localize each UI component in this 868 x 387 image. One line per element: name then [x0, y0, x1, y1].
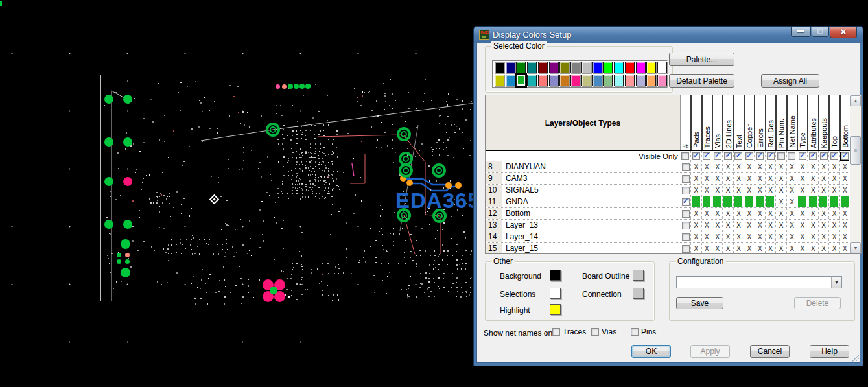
color-assignment-cell[interactable]: X [702, 243, 712, 253]
color-assignment-cell[interactable]: X [766, 185, 776, 196]
color-assignment-cell[interactable]: X [819, 161, 829, 172]
color-assignment-cell[interactable] [702, 196, 712, 207]
color-assignment-cell[interactable]: X [840, 231, 850, 242]
selections-color-swatch[interactable] [550, 288, 561, 299]
ok-button[interactable]: OK [631, 345, 671, 358]
layer-checkbox[interactable] [682, 222, 690, 229]
palette-swatch[interactable] [581, 75, 591, 86]
color-assignment-cell[interactable]: X [702, 220, 712, 231]
layer-name[interactable]: DIANYUAN [502, 161, 681, 172]
color-assignment-cell[interactable]: X [691, 161, 701, 172]
dialog-titlebar[interactable]: PADS Display Colors Setup ✕ [474, 27, 863, 43]
color-assignment-cell[interactable]: X [787, 161, 797, 172]
color-assignment-cell[interactable]: X [744, 208, 755, 219]
color-assignment-cell[interactable]: X [819, 243, 829, 253]
color-assignment-cell[interactable]: X [702, 231, 712, 242]
color-assignment-cell[interactable]: X [829, 208, 839, 219]
palette-swatch[interactable] [570, 62, 580, 73]
color-assignment-cell[interactable]: X [787, 208, 797, 219]
color-assignment-cell[interactable]: X [766, 243, 776, 253]
table-row[interactable]: 12BottomXXXXXXXXXXXXXXX [486, 208, 850, 220]
assign-all-button[interactable]: Assign All [761, 74, 819, 88]
color-assignment-cell[interactable]: X [797, 173, 808, 184]
color-assignment-cell[interactable]: X [787, 185, 797, 196]
color-assignment-cell[interactable]: X [766, 173, 776, 184]
palette-button[interactable]: Palette... [669, 53, 734, 66]
palette-swatch[interactable] [625, 62, 635, 73]
palette-swatch[interactable] [516, 75, 526, 86]
color-assignment-cell[interactable]: X [734, 243, 744, 253]
pins-checkbox[interactable] [631, 328, 639, 336]
color-assignment-cell[interactable]: X [776, 173, 786, 184]
layer-checkbox[interactable] [682, 210, 690, 218]
default-palette-button[interactable]: Default Palette [669, 74, 734, 88]
table-row[interactable]: 11GNDAXX [486, 196, 850, 208]
color-assignment-cell[interactable]: X [723, 231, 733, 242]
color-assignment-cell[interactable] [766, 196, 776, 207]
palette-swatch[interactable] [559, 75, 569, 86]
visible-only-checkbox[interactable] [756, 152, 764, 160]
visible-only-checkbox[interactable] [724, 152, 732, 160]
palette-swatch[interactable] [592, 62, 602, 73]
color-assignment-cell[interactable]: X [776, 196, 786, 207]
color-assignment-cell[interactable]: X [840, 161, 850, 172]
color-assignment-cell[interactable]: X [744, 243, 755, 253]
color-assignment-cell[interactable] [819, 196, 829, 207]
color-assignment-cell[interactable] [808, 196, 819, 207]
palette-swatch[interactable] [549, 62, 559, 73]
palette-swatch[interactable] [636, 62, 646, 73]
color-assignment-cell[interactable]: X [744, 220, 755, 231]
color-assignment-cell[interactable]: X [840, 220, 850, 231]
palette-swatch[interactable] [636, 75, 646, 86]
vias-checkbox[interactable] [591, 328, 599, 336]
color-assignment-cell[interactable]: X [776, 161, 786, 172]
color-assignment-cell[interactable]: X [766, 220, 776, 231]
scrollbar-thumb[interactable]: ≡ [850, 136, 861, 165]
layer-checkbox[interactable] [682, 198, 690, 206]
color-assignment-cell[interactable]: X [829, 231, 839, 242]
color-assignment-cell[interactable]: X [776, 243, 786, 253]
delete-button[interactable]: Delete [794, 297, 841, 309]
palette-swatch[interactable] [559, 62, 569, 73]
palette-swatch[interactable] [657, 75, 667, 86]
color-assignment-cell[interactable]: X [819, 220, 829, 231]
color-assignment-cell[interactable]: X [776, 231, 786, 242]
visible-only-checkbox[interactable] [809, 152, 817, 160]
visible-only-checkbox[interactable] [777, 152, 785, 160]
color-assignment-cell[interactable]: X [840, 185, 850, 196]
maximize-button[interactable] [812, 27, 829, 37]
palette-swatch[interactable] [538, 62, 548, 73]
color-assignment-cell[interactable]: X [755, 185, 766, 196]
color-assignment-cell[interactable]: X [829, 161, 839, 172]
color-assignment-cell[interactable]: X [776, 208, 786, 219]
layer-checkbox[interactable] [682, 187, 690, 194]
color-assignment-cell[interactable]: X [691, 220, 701, 231]
visible-only-checkbox[interactable] [703, 152, 710, 160]
scroll-down-icon[interactable]: ▼ [850, 242, 861, 253]
palette-swatch[interactable] [646, 75, 656, 86]
palette-swatch[interactable] [614, 62, 624, 73]
color-assignment-cell[interactable]: X [808, 173, 819, 184]
color-assignment-cell[interactable]: X [766, 231, 776, 242]
color-assignment-cell[interactable]: X [755, 243, 766, 253]
color-assignment-cell[interactable]: X [808, 220, 819, 231]
visible-only-checkbox[interactable] [767, 152, 775, 160]
color-assignment-cell[interactable]: X [840, 243, 850, 253]
layer-name[interactable]: Layer_13 [502, 220, 681, 231]
color-assignment-cell[interactable]: X [723, 208, 733, 219]
color-assignment-cell[interactable]: X [787, 220, 797, 231]
color-assignment-cell[interactable]: X [691, 243, 701, 253]
color-assignment-cell[interactable]: X [797, 161, 808, 172]
color-assignment-cell[interactable]: X [723, 161, 733, 172]
board-outline-color-swatch[interactable] [633, 270, 644, 281]
color-assignment-cell[interactable]: X [819, 231, 829, 242]
color-assignment-cell[interactable]: X [829, 243, 839, 253]
color-assignment-cell[interactable]: X [829, 185, 839, 196]
color-assignment-cell[interactable]: X [797, 243, 808, 253]
palette-swatch[interactable] [581, 62, 591, 73]
color-assignment-cell[interactable]: X [808, 243, 819, 253]
help-button[interactable]: Help [810, 345, 849, 358]
table-row[interactable]: 15Layer_15XXXXXXXXXXXXXXX [486, 243, 850, 253]
palette-swatch[interactable] [495, 62, 504, 73]
color-assignment-cell[interactable]: X [723, 243, 733, 253]
